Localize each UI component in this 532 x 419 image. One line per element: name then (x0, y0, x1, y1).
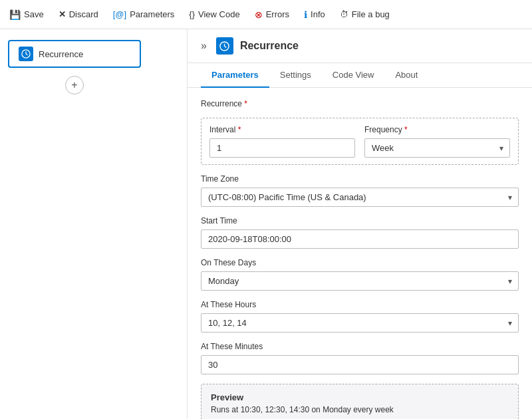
interval-frequency-box: Interval * Frequency * Second Minute (201, 118, 519, 165)
frequency-required: * (402, 125, 408, 134)
time-zone-label: Time Zone (201, 174, 519, 184)
view-code-label: View Code (198, 9, 240, 19)
discard-button[interactable]: ✕ Discard (57, 7, 100, 22)
at-these-minutes-label: At These Minutes (201, 342, 519, 351)
parameters-button[interactable]: [@] Parameters (112, 7, 176, 22)
tab-about[interactable]: About (384, 63, 428, 88)
right-panel-header: » Recurrence (188, 29, 532, 63)
interval-frequency-row: Interval * Frequency * Second Minute (209, 125, 510, 158)
preview-text: Runs at 10:30, 12:30, 14:30 on Monday ev… (211, 405, 509, 414)
start-time-input[interactable] (201, 229, 519, 249)
tab-code-view[interactable]: Code View (322, 63, 385, 88)
frequency-select-wrapper: Second Minute Hour Day Week Month ▾ (364, 138, 510, 158)
on-these-days-label: On These Days (201, 258, 519, 267)
left-panel: Recurrence + (0, 29, 188, 419)
errors-button[interactable]: ⊗ Errors (253, 7, 291, 23)
recurrence-label: Recurrence (201, 99, 242, 108)
frequency-field-group: Frequency * Second Minute Hour Day Week … (364, 125, 510, 158)
tab-settings[interactable]: Settings (269, 63, 322, 88)
file-bug-button[interactable]: ⏱ File a bug (338, 7, 391, 22)
start-time-label: Start Time (201, 216, 519, 225)
errors-icon: ⊗ (255, 9, 263, 20)
frequency-label: Frequency (364, 125, 402, 134)
right-panel: » Recurrence Parameters Settings Code Vi… (188, 29, 532, 419)
view-code-button[interactable]: {} View Code (188, 7, 241, 22)
right-panel-title: Recurrence (240, 40, 299, 52)
at-these-hours-select[interactable]: 10, 12, 14 (201, 313, 519, 333)
recurrence-node[interactable]: Recurrence (8, 40, 141, 68)
on-these-days-field-group: On These Days Sunday Monday Tuesday Wedn… (201, 258, 519, 291)
recurrence-section-label: Recurrence * (201, 98, 519, 108)
at-these-hours-field-group: At These Hours 10, 12, 14 ▾ (201, 300, 519, 333)
time-zone-select[interactable]: (UTC-08:00) Pacific Time (US & Canada) (… (201, 188, 519, 207)
at-these-hours-select-wrapper: 10, 12, 14 ▾ (201, 313, 519, 333)
save-label: Save (24, 9, 44, 19)
interval-input[interactable] (209, 138, 355, 158)
discard-icon: ✕ (59, 9, 66, 19)
view-code-icon: {} (189, 9, 195, 19)
preview-box: Preview Runs at 10:30, 12:30, 14:30 on M… (201, 384, 519, 419)
info-button[interactable]: ℹ Info (303, 7, 327, 23)
add-step-button[interactable]: + (65, 76, 84, 94)
toolbar: 💾 Save ✕ Discard [@] Parameters {} View … (0, 0, 532, 29)
node-label: Recurrence (39, 49, 83, 59)
discard-label: Discard (69, 9, 98, 19)
parameters-icon: [@] (113, 9, 126, 19)
preview-title: Preview (211, 392, 509, 402)
svg-line-2 (26, 54, 28, 55)
parameters-label: Parameters (130, 9, 174, 19)
info-icon: ℹ (304, 9, 307, 20)
collapse-button[interactable]: » (201, 40, 207, 52)
on-these-days-select-wrapper: Sunday Monday Tuesday Wednesday Thursday… (201, 271, 519, 291)
info-label: Info (311, 9, 325, 19)
frequency-select[interactable]: Second Minute Hour Day Week Month (364, 138, 510, 158)
interval-label: Interval (209, 125, 235, 134)
save-button[interactable]: 💾 Save (8, 7, 45, 23)
file-bug-icon: ⏱ (340, 9, 348, 19)
time-zone-field-group: Time Zone (UTC-08:00) Pacific Time (US &… (201, 174, 519, 207)
file-bug-label: File a bug (352, 9, 390, 19)
save-icon: 💾 (9, 9, 21, 20)
recurrence-required: * (242, 99, 247, 108)
at-these-hours-label: At These Hours (201, 300, 519, 309)
time-zone-select-wrapper: (UTC-08:00) Pacific Time (US & Canada) (… (201, 188, 519, 207)
interval-field-group: Interval * (209, 125, 355, 158)
on-these-days-select[interactable]: Sunday Monday Tuesday Wednesday Thursday… (201, 271, 519, 291)
at-these-minutes-field-group: At These Minutes (201, 342, 519, 374)
svg-line-5 (225, 46, 227, 47)
header-clock-icon (216, 37, 233, 55)
node-clock-icon (19, 47, 33, 61)
add-icon: + (71, 79, 77, 91)
tabs-bar: Parameters Settings Code View About (188, 63, 532, 88)
at-these-minutes-input[interactable] (201, 355, 519, 374)
content-area: Recurrence * Interval * F (188, 88, 532, 419)
interval-required: * (235, 125, 241, 134)
tab-parameters[interactable]: Parameters (201, 63, 269, 88)
main-layout: Recurrence + » Recurrence Parameters Set… (0, 29, 532, 419)
errors-label: Errors (266, 9, 289, 19)
start-time-field-group: Start Time (201, 216, 519, 249)
